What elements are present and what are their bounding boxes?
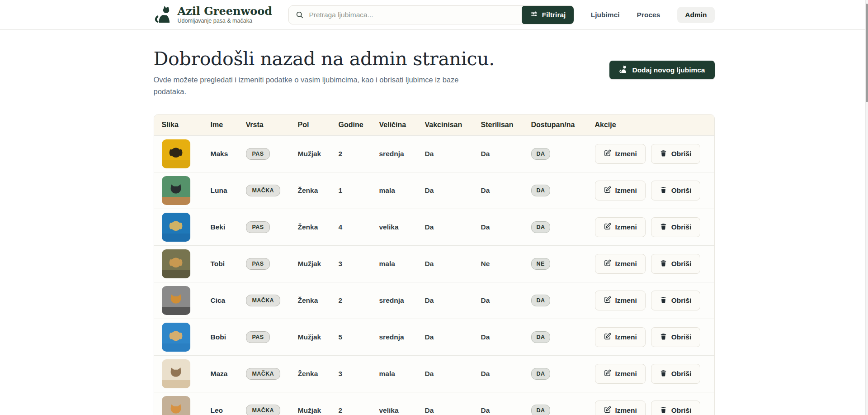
pet-sterilized: Da [481, 223, 531, 231]
column-header-velicina: Veličina [379, 121, 425, 129]
dog-silhouette-icon [168, 328, 184, 346]
table-row: Luna MAČKA Ženka 1 mala Da Da DA Izmeni [154, 172, 714, 209]
dog-silhouette-icon [168, 218, 184, 236]
nav-link-ljubimci[interactable]: Ljubimci [591, 11, 620, 19]
pet-name: Bobi [211, 333, 246, 341]
availability-badge: DA [531, 148, 551, 160]
delete-button[interactable]: Obriši [651, 401, 700, 415]
pet-photo [162, 176, 190, 205]
brand-logo[interactable]: Azil Greenwood Udomljavanje pasa & mačak… [154, 5, 272, 25]
species-badge: PAS [246, 331, 270, 343]
trash-icon [660, 333, 667, 342]
page-scrollbar[interactable] [865, 0, 868, 415]
pet-sterilized: Ne [481, 260, 531, 268]
page-subtitle: Ovde možete pregledati i izmeniti podatk… [154, 74, 468, 97]
trash-icon [660, 259, 667, 269]
pet-size: mala [379, 260, 425, 268]
species-badge: PAS [246, 148, 270, 160]
availability-badge: DA [531, 368, 551, 380]
cat-logo-icon [154, 5, 173, 25]
edit-button[interactable]: Izmeni [595, 364, 646, 384]
pet-size: srednja [379, 150, 425, 158]
site-header: Azil Greenwood Udomljavanje pasa & mačak… [0, 0, 868, 30]
nav-link-proces[interactable]: Proces [637, 11, 660, 19]
column-header-vrsta: Vrsta [246, 121, 298, 129]
pet-photo [162, 139, 190, 168]
cat-icon [619, 65, 627, 75]
row-actions: Izmeni Obriši [595, 291, 714, 310]
filter-button[interactable]: Filtriraj [522, 5, 575, 24]
row-actions: Izmeni Obriši [595, 401, 714, 415]
pet-size: srednja [379, 333, 425, 341]
delete-button[interactable]: Obriši [651, 181, 700, 200]
edit-button[interactable]: Izmeni [595, 181, 646, 200]
delete-button-label: Obriši [671, 186, 692, 195]
table-body: Maks PAS Mužjak 2 srednja Da Da DA Izmen… [154, 135, 714, 415]
delete-button-label: Obriši [671, 223, 692, 231]
delete-button[interactable]: Obriši [651, 327, 700, 347]
delete-button-label: Obriši [671, 260, 692, 268]
row-actions: Izmeni Obriši [595, 327, 714, 347]
row-actions: Izmeni Obriši [595, 144, 714, 164]
search-icon [295, 6, 304, 24]
delete-button[interactable]: Obriši [651, 144, 700, 164]
pet-sex: Mužjak [298, 260, 339, 268]
delete-button[interactable]: Obriši [651, 254, 700, 274]
pet-sex: Mužjak [298, 406, 339, 415]
pet-age: 3 [339, 370, 379, 378]
cat-silhouette-icon [168, 181, 184, 200]
pet-sterilized: Da [481, 296, 531, 305]
nav-link-admin[interactable]: Admin [677, 7, 714, 23]
pet-vaccinated: Da [425, 333, 481, 341]
edit-pencil-icon [604, 369, 611, 379]
sliders-icon [530, 10, 538, 19]
add-pet-button-label: Dodaj novog ljubimca [632, 66, 705, 74]
species-badge: MAČKA [246, 405, 281, 415]
pet-age: 1 [339, 186, 379, 195]
pet-sterilized: Da [481, 333, 531, 341]
column-header-sterilisan: Sterilisan [481, 121, 531, 129]
pet-vaccinated: Da [425, 186, 481, 195]
availability-badge: DA [531, 405, 551, 415]
pet-vaccinated: Da [425, 296, 481, 305]
search-bar: Filtriraj [288, 5, 574, 24]
column-header-dostupan: Dostupan/na [531, 121, 595, 129]
table-row: Cica MAČKA Ženka 2 srednja Da Da DA Izme… [154, 282, 714, 319]
main-content: Dobrodošli nazad na admin stranicu. Ovde… [154, 48, 715, 415]
add-pet-button[interactable]: Dodaj novog ljubimca [609, 61, 714, 79]
cat-silhouette-icon [168, 401, 184, 415]
edit-button[interactable]: Izmeni [595, 254, 646, 274]
edit-button[interactable]: Izmeni [595, 217, 646, 237]
pet-name: Beki [211, 223, 246, 231]
pet-sex: Mužjak [298, 150, 339, 158]
search-input[interactable] [289, 6, 522, 24]
availability-badge: DA [531, 295, 551, 306]
edit-button[interactable]: Izmeni [595, 401, 646, 415]
pet-sterilized: Da [481, 150, 531, 158]
edit-button-label: Izmeni [615, 370, 637, 378]
scrollbar-thumb[interactable] [866, 4, 868, 102]
trash-icon [660, 406, 667, 415]
trash-icon [660, 223, 667, 232]
edit-button-label: Izmeni [615, 406, 637, 415]
delete-button[interactable]: Obriši [651, 364, 700, 384]
pet-size: velika [379, 406, 425, 415]
delete-button-label: Obriši [671, 150, 692, 158]
pet-sterilized: Da [481, 370, 531, 378]
column-header-akcije: Akcije [595, 121, 714, 129]
delete-button-label: Obriši [671, 370, 692, 378]
pet-photo [162, 323, 190, 352]
page-title: Dobrodošli nazad na admin stranicu. [154, 48, 495, 70]
delete-button[interactable]: Obriši [651, 291, 700, 310]
pet-sterilized: Da [481, 186, 531, 195]
pet-name: Maks [211, 150, 246, 158]
delete-button[interactable]: Obriši [651, 217, 700, 237]
availability-badge: NE [531, 258, 550, 270]
pet-size: mala [379, 186, 425, 195]
edit-pencil-icon [604, 333, 611, 342]
availability-badge: DA [531, 221, 551, 233]
edit-pencil-icon [604, 296, 611, 305]
edit-button[interactable]: Izmeni [595, 291, 646, 310]
edit-button[interactable]: Izmeni [595, 144, 646, 164]
edit-button[interactable]: Izmeni [595, 327, 646, 347]
